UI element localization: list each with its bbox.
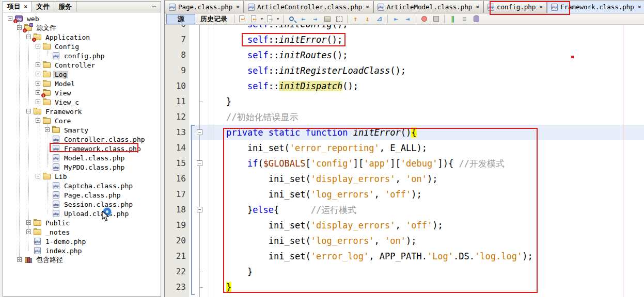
line-number: 7 [165,32,186,47]
fold-collapse-icon[interactable]: − [197,160,202,166]
toolbar-separator [283,15,284,23]
panel-tab-文件[interactable]: 文件 [32,2,54,12]
tree-item-MyPDO-class-php[interactable]: phpMyPDO.class.php [3,162,161,172]
tree-item-Application[interactable]: −!Application [3,32,161,42]
tree-item-包含路径[interactable]: +包含路径 [3,255,161,265]
tree-item-label: Controller.class.php [62,136,147,143]
tree-item-Framework[interactable]: −Framework [3,107,161,116]
tree-item-Log[interactable]: +Log [3,70,161,79]
close-icon[interactable]: × [24,3,27,10]
start-macro-recording-icon[interactable] [418,14,430,24]
toolbar-separator [416,15,416,23]
tree-item-label: index.php [44,247,83,255]
php-file-icon: php [248,4,255,11]
tree-item-label: config.php [62,52,106,60]
editor-tab-ArticleController-class-php[interactable]: phpArticleController.class.php× [244,1,373,13]
tree-item-Core[interactable]: −Core [3,116,161,125]
tree-item-label: Core [53,117,72,125]
tree-item-Lib[interactable]: −Lib [3,172,161,181]
previous-occurrence-icon[interactable]: ↑ [350,14,362,24]
toolbar-separator [387,15,388,23]
tree-item-Controller[interactable]: +Controller [3,60,161,70]
shift-line-right-icon[interactable]: ⇥ [402,14,414,24]
tree-item-Page-class-php[interactable]: phpPage.class.php [3,190,161,200]
fold-end-mark [199,272,203,272]
fold-collapse-icon[interactable]: − [197,129,202,135]
find-icon[interactable] [286,14,297,24]
tree-item-Upload-class-php[interactable]: phpUpload.class.php [3,209,161,218]
php-file-icon: php [34,247,42,254]
next-occurrence-icon[interactable]: ↓ [362,14,373,24]
folder-icon [43,61,51,69]
close-icon[interactable]: × [476,4,479,10]
uncomment-lines-icon[interactable]: ≡ [459,14,470,24]
tree-item-Captcha-class-php[interactable]: phpCaptcha.class.php [3,181,161,190]
tree-item-Model-class-php[interactable]: phpModel.class.php [3,153,161,162]
panel-tab-服务[interactable]: 服务 [54,2,76,12]
shift-line-left-icon[interactable]: ⇤ [390,14,402,24]
annotation-dot [571,56,574,58]
find-next-icon[interactable]: → [309,14,321,24]
memory-view-icon[interactable] [470,14,482,24]
tree-item-label: Log [53,71,68,78]
toggle-bookmark-icon[interactable]: ⊿ [373,14,385,24]
panel-minimize-button[interactable]: − [152,4,156,9]
tree-connector-line [47,49,48,56]
line-number: 21 [165,249,186,264]
history-view-button[interactable]: 历史记录 [195,14,232,24]
panel-tab-bar: 项目×文件服务− [3,2,161,12]
close-icon[interactable]: × [638,4,641,10]
line-number: 12 [165,109,186,125]
dropdown-caret-icon[interactable]: ▼ [261,17,265,21]
jump-forward-icon[interactable]: → [265,14,277,24]
find-previous-icon[interactable]: ← [297,14,309,24]
tree-item-web[interactable]: −php!web [3,14,161,23]
error-badge-icon: ! [13,19,18,23]
tree-item-Config[interactable]: −Config [3,42,161,51]
tree-item-label: MyPDO.class.php [62,163,126,171]
tree-item-1-demo-php[interactable]: php1-demo.php [3,237,161,246]
folder-icon [43,80,51,87]
fold-end-mark [199,287,203,288]
tree-item-index-php[interactable]: phpindex.php [3,246,161,255]
tree-item-Session-class-php[interactable]: phpSession.class.php [3,200,161,209]
rectangular-selection-icon[interactable] [333,14,345,24]
folder-icon [52,126,60,134]
jump-back-icon[interactable]: ← [249,14,261,24]
line-number: 10 [165,78,186,94]
tree-item-Model[interactable]: +Model [3,79,161,88]
collapse-icon[interactable]: − [8,16,12,21]
tree-item-label: Upload.class.php [62,210,130,218]
php-file-icon: php [52,154,60,161]
toggle-highlight-search-icon[interactable] [321,14,333,24]
line-number: 13 [165,125,186,140]
line-number-gutter: 67891011121314151617181920212223 [165,25,189,297]
code-line-11: } [205,94,231,109]
editor-tab-Page-class-php[interactable]: phpPage.class.php× [165,1,244,13]
annotation-box-initerror-function-block [223,128,538,293]
close-icon[interactable]: × [236,4,240,10]
code-line-8: self::initRoutes(); [205,47,348,63]
tree-item-Smarty[interactable]: +Smarty [3,125,161,135]
tree-item-label: 源文件 [35,23,58,32]
tree-connector-line [38,114,38,176]
tree-item-Public[interactable]: +Public [3,218,161,227]
fold-collapse-icon[interactable]: − [197,207,202,212]
tree-connector-line [47,179,48,213]
tree-item-View_c[interactable]: +View_c [3,97,161,107]
last-edit-position-icon[interactable]: ↩ [237,14,249,24]
panel-tab-label: 服务 [58,2,72,11]
close-icon[interactable]: × [366,4,369,10]
dropdown-caret-icon[interactable]: ▼ [277,17,281,21]
tree-item-config-php[interactable]: phpconfig.php [3,51,161,60]
tree-item-_notes[interactable]: +_notes [3,227,161,237]
tree-item-源文件[interactable]: −!源文件 [3,23,161,32]
source-view-button[interactable]: 源 [166,14,195,24]
library-icon [24,256,33,263]
panel-tab-项目[interactable]: 项目× [3,2,32,12]
tree-item-View[interactable]: +!View [3,88,161,97]
stop-macro-recording-icon[interactable] [430,14,442,24]
editor-tab-label: ArticleModel.class.php [387,3,473,11]
comment-lines-icon[interactable]: ∥ [447,14,459,24]
editor-tab-ArticleModel-class-php[interactable]: phpArticleModel.class.php× [373,1,483,13]
